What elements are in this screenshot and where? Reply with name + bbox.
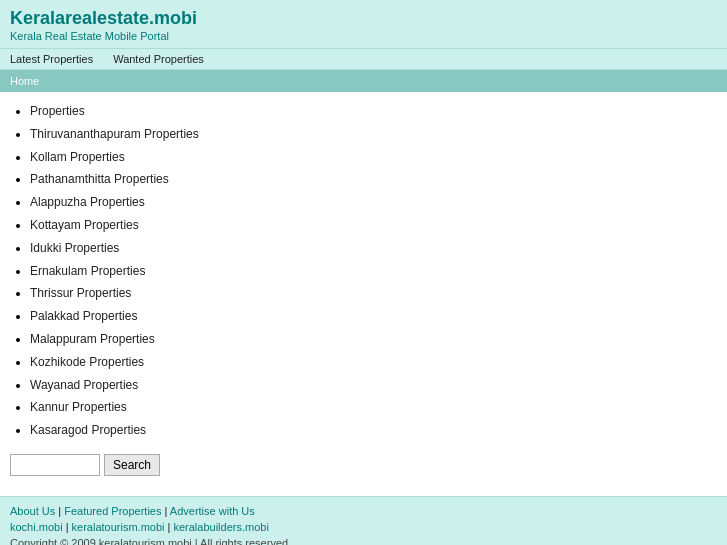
property-link[interactable]: Ernakulam Properties [30, 264, 145, 278]
partner-separator: | [63, 521, 72, 533]
list-item: Kottayam Properties [30, 214, 717, 237]
main-content: PropertiesThiruvananthapuram PropertiesK… [0, 92, 727, 486]
breadcrumb-text: Home [10, 75, 39, 87]
search-button[interactable]: Search [104, 454, 160, 476]
nav-link[interactable]: Wanted Properties [113, 53, 204, 65]
property-link[interactable]: Alappuzha Properties [30, 195, 145, 209]
property-link[interactable]: Thrissur Properties [30, 286, 131, 300]
partner-link[interactable]: kochi.mobi [10, 521, 63, 533]
list-item: Idukki Properties [30, 237, 717, 260]
footer-separator: | [161, 505, 169, 517]
list-item: Thiruvananthapuram Properties [30, 123, 717, 146]
list-item: Palakkad Properties [30, 305, 717, 328]
list-item: Kollam Properties [30, 146, 717, 169]
property-link[interactable]: Thiruvananthapuram Properties [30, 127, 199, 141]
breadcrumb-bar: Home [0, 70, 727, 92]
property-link[interactable]: Idukki Properties [30, 241, 119, 255]
partner-link[interactable]: keralatourism.mobi [72, 521, 165, 533]
list-item: Ernakulam Properties [30, 260, 717, 283]
site-subtitle: Kerala Real Estate Mobile Portal [10, 30, 717, 42]
list-item: Alappuzha Properties [30, 191, 717, 214]
nav-link[interactable]: Latest Properties [10, 53, 93, 65]
footer-partner-links: kochi.mobi | keralatourism.mobi | kerala… [10, 521, 717, 533]
property-link[interactable]: Kollam Properties [30, 150, 125, 164]
site-title[interactable]: Keralarealestate.mobi [10, 8, 717, 29]
footer-link[interactable]: Advertise with Us [170, 505, 255, 517]
properties-list: PropertiesThiruvananthapuram PropertiesK… [10, 100, 717, 442]
search-area: Search [10, 454, 717, 476]
list-item: Kasaragod Properties [30, 419, 717, 442]
list-item: Thrissur Properties [30, 282, 717, 305]
property-link[interactable]: Wayanad Properties [30, 378, 138, 392]
footer-copyright: Copyright © 2009 keralatourism.mobi | Al… [10, 537, 717, 545]
property-link[interactable]: Palakkad Properties [30, 309, 137, 323]
search-input[interactable] [10, 454, 100, 476]
list-item: Pathanamthitta Properties [30, 168, 717, 191]
property-link[interactable]: Kottayam Properties [30, 218, 139, 232]
property-link[interactable]: Kasaragod Properties [30, 423, 146, 437]
footer-link[interactable]: Featured Properties [64, 505, 161, 517]
list-item: Properties [30, 100, 717, 123]
partner-link[interactable]: keralabuilders.mobi [173, 521, 268, 533]
property-link[interactable]: Kannur Properties [30, 400, 127, 414]
list-item: Wayanad Properties [30, 374, 717, 397]
site-header: Keralarealestate.mobi Kerala Real Estate… [0, 0, 727, 49]
footer: About Us | Featured Properties | Adverti… [0, 496, 727, 545]
footer-link[interactable]: About Us [10, 505, 55, 517]
property-link[interactable]: Pathanamthitta Properties [30, 172, 169, 186]
property-link[interactable]: Malappuram Properties [30, 332, 155, 346]
list-item: Malappuram Properties [30, 328, 717, 351]
property-link[interactable]: Properties [30, 104, 85, 118]
nav-bar: Latest PropertiesWanted Properties [0, 49, 727, 70]
footer-links: About Us | Featured Properties | Adverti… [10, 505, 717, 517]
footer-separator: | [55, 505, 64, 517]
property-link[interactable]: Kozhikode Properties [30, 355, 144, 369]
list-item: Kannur Properties [30, 396, 717, 419]
list-item: Kozhikode Properties [30, 351, 717, 374]
